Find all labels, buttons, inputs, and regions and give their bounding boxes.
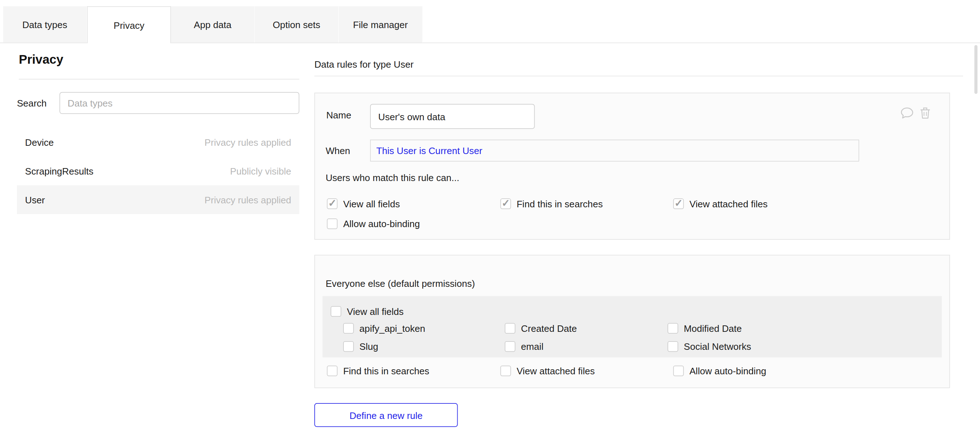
- define-new-rule-button[interactable]: Define a new rule: [314, 403, 458, 427]
- checkbox-view-attached-files-default[interactable]: View attached files: [500, 361, 673, 381]
- data-type-status: Publicly visible: [230, 165, 291, 177]
- checkbox-view-attached-files[interactable]: View attached files: [673, 193, 768, 213]
- checkbox-box: [505, 341, 515, 352]
- checkbox-field-created-date[interactable]: Created Date: [505, 319, 668, 337]
- tab-file-manager[interactable]: File manager: [339, 6, 423, 43]
- checkbox-label: View all fields: [343, 198, 400, 209]
- checkbox-box: [327, 218, 338, 229]
- checkbox-box: [505, 323, 515, 334]
- checkbox-box: [331, 306, 341, 317]
- checkbox-label: Slug: [359, 341, 378, 352]
- checkbox-view-all-fields[interactable]: View all fields: [327, 193, 500, 213]
- checkbox-box: [500, 198, 511, 209]
- checkbox-field-slug[interactable]: Slug: [343, 337, 505, 355]
- checkbox-view-all-fields-default[interactable]: View all fields: [331, 303, 942, 319]
- checkbox-label: apify_api_token: [359, 323, 425, 334]
- divider: [19, 79, 299, 80]
- checkbox-label: View all fields: [347, 306, 404, 317]
- data-type-status: Privacy rules applied: [205, 137, 291, 148]
- checkbox-label: Modified Date: [684, 323, 742, 334]
- page-title: Privacy: [19, 52, 64, 67]
- checkbox-find-this-in-searches-default[interactable]: Find this in searches: [327, 361, 500, 381]
- default-permissions-title: Everyone else (default permissions): [326, 278, 475, 289]
- when-label: When: [326, 145, 350, 156]
- tab-data-types[interactable]: Data types: [3, 6, 87, 43]
- rule-card: Name When This User is Current User User…: [314, 92, 950, 240]
- checkbox-label: Created Date: [521, 323, 577, 334]
- data-type-name: Device: [25, 137, 54, 148]
- checkbox-box: [327, 198, 338, 209]
- checkbox-label: Allow auto-binding: [689, 365, 766, 376]
- checkbox-label: Social Networks: [684, 341, 751, 352]
- checkbox-label: email: [521, 341, 543, 352]
- checkbox-label: Find this in searches: [517, 198, 603, 209]
- divider: [314, 76, 963, 76]
- checkbox-allow-auto-binding-default[interactable]: Allow auto-binding: [673, 361, 766, 381]
- checkbox-label: View attached files: [689, 198, 768, 209]
- checkbox-box: [668, 323, 678, 334]
- vertical-scrollbar[interactable]: [974, 45, 977, 94]
- tab-option-sets[interactable]: Option sets: [255, 6, 339, 43]
- list-item-device[interactable]: Device Privacy rules applied: [17, 128, 299, 157]
- checkbox-find-this-in-searches[interactable]: Find this in searches: [500, 193, 673, 213]
- checkbox-field-modified-date[interactable]: Modified Date: [668, 319, 942, 337]
- checkbox-box: [668, 341, 678, 352]
- list-item-scrapingresults[interactable]: ScrapingResults Publicly visible: [17, 157, 299, 185]
- search-label: Search: [17, 97, 47, 108]
- checkbox-allow-auto-binding[interactable]: Allow auto-binding: [327, 213, 500, 234]
- default-other-permissions: Find this in searches View attached file…: [327, 361, 766, 381]
- checkbox-box: [343, 341, 354, 352]
- checkbox-label: Find this in searches: [343, 365, 429, 376]
- privacy-settings-page: Data types Privacy App data Option sets …: [0, 0, 980, 447]
- checkbox-field-apify-api-token[interactable]: apify_api_token: [343, 319, 505, 337]
- data-rules-title: Data rules for type User: [314, 59, 414, 70]
- when-condition-box[interactable]: This User is Current User: [370, 140, 859, 162]
- checkbox-label: Allow auto-binding: [343, 218, 420, 229]
- data-type-name: ScrapingResults: [25, 165, 94, 177]
- checkbox-box: [327, 365, 338, 376]
- checkbox-box: [673, 365, 684, 376]
- tab-app-data[interactable]: App data: [171, 6, 255, 43]
- checkbox-box: [673, 198, 684, 209]
- list-item-user[interactable]: User Privacy rules applied: [17, 185, 299, 214]
- default-permissions-card: Everyone else (default permissions) View…: [314, 255, 950, 388]
- when-condition-text: This User is Current User: [376, 145, 482, 156]
- data-type-list: Device Privacy rules applied ScrapingRes…: [17, 128, 299, 214]
- tab-bar: Data types Privacy App data Option sets …: [0, 6, 980, 43]
- checkbox-box: [500, 365, 511, 376]
- data-type-name: User: [25, 194, 45, 205]
- checkbox-field-social-networks[interactable]: Social Networks: [668, 337, 942, 355]
- permissions-intro: Users who match this rule can...: [326, 172, 459, 183]
- rule-permissions: View all fields Find this in searches Vi…: [327, 193, 768, 233]
- trash-icon[interactable]: [920, 107, 931, 119]
- name-label: Name: [326, 110, 352, 120]
- rule-name-input[interactable]: [370, 104, 535, 129]
- fields-section: View all fields apify_api_token Created …: [323, 296, 942, 357]
- search-input[interactable]: [59, 92, 299, 114]
- checkbox-field-email[interactable]: email: [505, 337, 668, 355]
- data-type-status: Privacy rules applied: [205, 194, 291, 205]
- checkbox-label: View attached files: [517, 365, 595, 376]
- tab-privacy[interactable]: Privacy: [87, 6, 171, 43]
- comment-icon[interactable]: [900, 107, 914, 119]
- field-checkbox-grid: apify_api_token Created Date Modified Da…: [343, 319, 942, 356]
- checkbox-box: [343, 323, 354, 334]
